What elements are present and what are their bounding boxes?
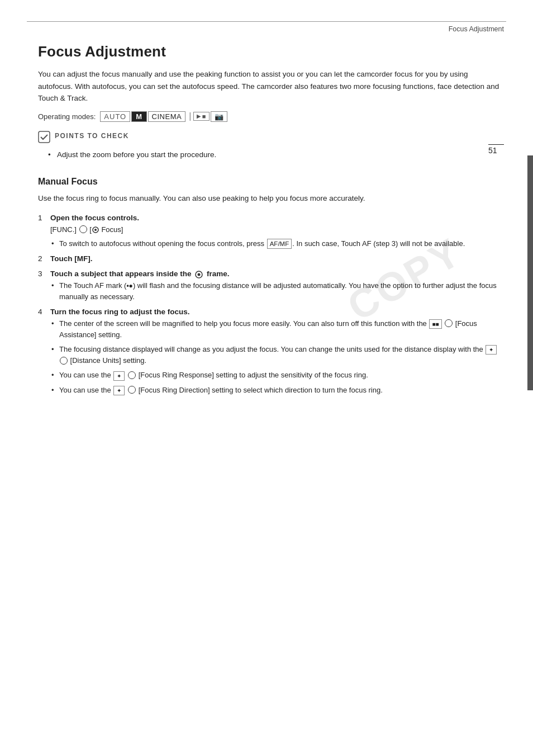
operating-modes-row: Operating modes: AUTO M CINEMA | ▶■ 📷 — [38, 111, 504, 122]
operating-modes-label: Operating modes: — [38, 112, 96, 121]
svg-rect-0 — [39, 131, 50, 143]
step-4-bullet-4: You can use the ✦ [Focus Ring Direction]… — [59, 385, 504, 396]
focus-ring-direction-icon: ✦ — [113, 386, 125, 395]
step-4-text: Turn the focus ring to adjust the focus. — [50, 306, 190, 318]
step-3-line: 3 Touch a subject that appears inside th… — [38, 268, 504, 280]
mode-separator: | — [189, 111, 191, 121]
bullet-circle-4 — [128, 386, 136, 394]
step-3-bullet-1: The Touch AF mark (•●) will flash and th… — [59, 280, 504, 303]
bullet-circle-2 — [60, 357, 68, 365]
step-1-bullet-1: To switch to autofocus without opening t… — [59, 238, 504, 249]
points-to-check: POINTS TO CHECK — [38, 132, 504, 146]
mode-m: M — [131, 111, 146, 122]
points-check-title: POINTS TO CHECK — [55, 132, 129, 140]
step-4-bullet-1: The center of the screen will be magnifi… — [59, 318, 504, 341]
distance-units-icon: ✦ — [486, 345, 497, 355]
header-section: Focus Adjustment — [0, 22, 533, 33]
main-content: Focus Adjustment You can adjust the focu… — [0, 43, 533, 396]
step-4-bullet-3: You can use the ✦ [Focus Ring Response] … — [59, 370, 504, 381]
focus-target-icon — [92, 226, 99, 234]
mode-auto: AUTO — [100, 111, 130, 122]
step-4-bullet-2: The focusing distance displayed will cha… — [59, 344, 504, 366]
svg-point-2 — [94, 229, 97, 231]
step-1: 1 Open the focus controls. [FUNC.] [ Foc… — [38, 212, 504, 249]
check-icon — [38, 131, 50, 146]
step-2-num: 2 — [38, 253, 46, 265]
step-2-line: 2 Touch [MF]. — [38, 253, 504, 265]
step-4-num: 4 — [38, 306, 46, 318]
mode-scn: ▶■ — [193, 112, 210, 121]
mode-cinema: CINEMA — [148, 111, 186, 122]
manual-focus-heading: Manual Focus — [38, 177, 504, 187]
step-2-text: Touch [MF]. — [50, 253, 93, 265]
target-circle-icon — [194, 270, 203, 279]
mode-cam: 📷 — [211, 111, 228, 122]
step-1-text: Open the focus controls. — [50, 212, 139, 224]
step-1-sub: [FUNC.] [ Focus] To switch to autofocus … — [50, 224, 504, 249]
step-3-sub: The Touch AF mark (•●) will flash and th… — [50, 280, 504, 303]
step-1-line: 1 Open the focus controls. — [38, 212, 504, 224]
bullet-circle-3 — [128, 371, 136, 379]
step-2: 2 Touch [MF]. — [38, 253, 504, 265]
touch-af-mark: •● — [126, 282, 132, 290]
intro-paragraph: You can adjust the focus manually and us… — [38, 68, 504, 105]
func-circle-icon — [79, 225, 87, 233]
bullet-circle-1 — [445, 319, 453, 327]
afmf-key: AF/MF — [267, 239, 292, 249]
step-3: 3 Touch a subject that appears inside th… — [38, 268, 504, 303]
side-accent-bar — [527, 155, 533, 390]
step-3-num: 3 — [38, 268, 46, 280]
page-number-rule — [488, 144, 504, 145]
step-4-sub: The center of the screen will be magnifi… — [50, 318, 504, 396]
step-4: 4 Turn the focus ring to adjust the focu… — [38, 306, 504, 395]
page-container: Focus Adjustment 51 COPY Focus Adjustmen… — [0, 21, 533, 756]
manual-focus-intro: Use the focus ring to focus manually. Yo… — [38, 192, 504, 205]
check-circle-icon — [38, 131, 50, 143]
focus-ring-response-icon: ✦ — [113, 371, 125, 381]
focus-assistance-menu-icon: ■■ — [429, 319, 441, 329]
step-1-func-label: [FUNC.] [ Focus] — [50, 224, 504, 236]
step-1-num: 1 — [38, 212, 46, 224]
svg-point-4 — [198, 273, 201, 276]
page-title: Focus Adjustment — [38, 43, 504, 60]
header-title: Focus Adjustment — [449, 25, 504, 33]
points-check-item-1: Adjust the zoom before you start the pro… — [57, 149, 504, 161]
step-3-text: Touch a subject that appears inside the … — [50, 268, 230, 280]
step-4-line: 4 Turn the focus ring to adjust the focu… — [38, 306, 504, 318]
